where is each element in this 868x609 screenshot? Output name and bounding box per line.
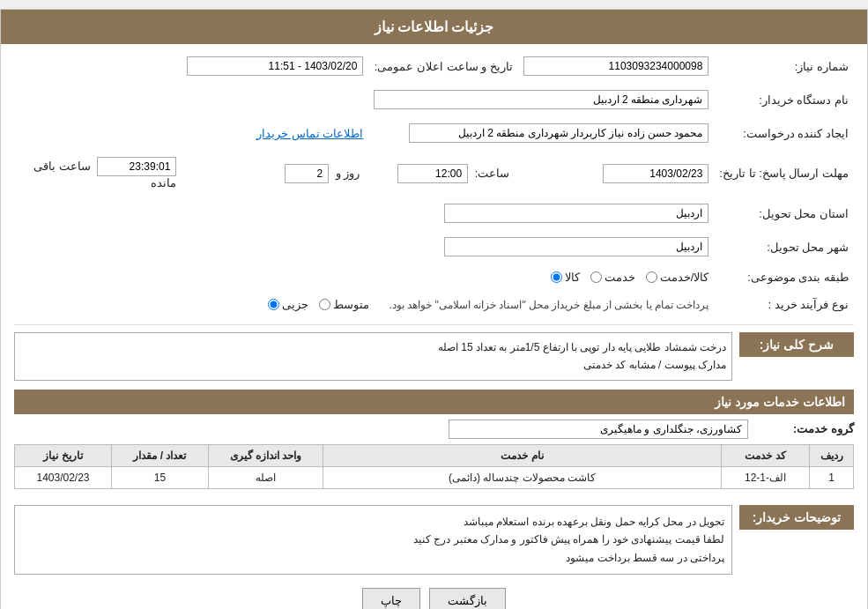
cell-quantity: 15 xyxy=(112,466,209,488)
city-label: شهر محل تحویل: xyxy=(714,234,854,260)
category-option-service[interactable]: خدمت xyxy=(590,271,635,284)
service-group-label: گروه خدمت: xyxy=(748,422,854,435)
send-day-label: روز و xyxy=(336,167,360,180)
purchase-type-note: پرداخت تمام یا بخشی از مبلغ خریداز محل "… xyxy=(389,299,708,311)
purchase-medium-option[interactable]: متوسط xyxy=(319,298,369,311)
category-label: طبقه بندی موضوعی: xyxy=(714,267,854,287)
cell-row-num: 1 xyxy=(810,466,854,488)
need-desc-text: درخت شمشاد طلایی پایه دار توپی با ارتفاع… xyxy=(438,341,726,371)
buyer-notes-box: تحویل در محل کرایه حمل ونقل برعهده برنده… xyxy=(14,505,732,575)
city-input[interactable] xyxy=(444,237,708,256)
page-header: جزئیات اطلاعات نیاز xyxy=(1,10,867,44)
services-table: ردیف کد خدمت نام خدمت واحد اندازه گیری ت… xyxy=(14,444,854,489)
buyer-notes-text: تحویل در محل کرایه حمل ونقل برعهده برنده… xyxy=(413,516,724,564)
province-input[interactable] xyxy=(444,204,708,223)
need-number-input[interactable] xyxy=(523,56,708,76)
col-service-name: نام خدمت xyxy=(323,444,722,466)
col-unit: واحد اندازه گیری xyxy=(209,444,323,466)
col-service-code: کد خدمت xyxy=(722,444,810,466)
announcement-date-label: تاریخ و ساعت اعلان عمومی: xyxy=(368,53,518,79)
contact-link[interactable]: اطلاعات تماس خریدار xyxy=(256,127,363,140)
service-group-row: گروه خدمت: xyxy=(14,420,854,439)
header-title: جزئیات اطلاعات نیاز xyxy=(375,19,494,34)
province-label: استان محل تحویل: xyxy=(714,200,854,227)
send-time-input[interactable] xyxy=(397,164,468,183)
back-button[interactable]: بازگشت xyxy=(429,588,506,609)
need-desc-box: درخت شمشاد طلایی پایه دار توپی با ارتفاع… xyxy=(14,332,732,381)
send-remain-input[interactable] xyxy=(97,157,176,176)
creator-input[interactable] xyxy=(409,123,708,143)
buyer-notes-label: توضیحات خریدار: xyxy=(739,505,854,530)
purchase-type-radio-group: پرداخت تمام یا بخشی از مبلغ خریداز محل "… xyxy=(19,298,708,311)
purchase-medium-radio[interactable] xyxy=(319,299,330,310)
purchase-partial-label: جزیی xyxy=(282,298,308,311)
form-section-1: شماره نیاز: تاریخ و ساعت اعلان عمومی: نا… xyxy=(14,53,854,315)
send-time-label: ساعت: xyxy=(475,167,510,180)
category-service-label: خدمت xyxy=(605,271,635,284)
category-goods-label: کالا xyxy=(565,271,580,284)
need-desc-section: شرح کلی نیاز: درخت شمشاد طلایی پایه دار … xyxy=(14,332,854,381)
buyer-org-input[interactable] xyxy=(374,90,708,109)
page-wrapper: جزئیات اطلاعات نیاز شماره نیاز: تاریخ و … xyxy=(0,9,868,609)
purchase-medium-label: متوسط xyxy=(333,298,369,311)
print-button[interactable]: چاپ xyxy=(362,588,420,609)
category-goods-services-radio[interactable] xyxy=(646,271,657,283)
col-quantity: تعداد / مقدار xyxy=(112,444,209,466)
send-date-input[interactable] xyxy=(603,164,708,183)
purchase-type-label: نوع فرآیند خرید : xyxy=(714,294,854,315)
purchase-partial-radio[interactable] xyxy=(268,299,279,310)
col-row-num: ردیف xyxy=(810,444,854,466)
col-need-date: تاریخ نیاز xyxy=(15,444,112,466)
buttons-row: بازگشت چاپ xyxy=(14,588,854,609)
cell-service-code: الف-1-12 xyxy=(722,466,810,488)
divider-1 xyxy=(14,324,854,325)
category-radio-group: کالا/خدمت خدمت کالا xyxy=(19,271,708,284)
announcement-date-input[interactable] xyxy=(187,56,363,76)
services-section-header: اطلاعات خدمات مورد نیاز xyxy=(14,390,854,414)
category-option-goods[interactable]: کالا xyxy=(551,271,580,284)
need-desc-label: شرح کلی نیاز: xyxy=(739,332,854,357)
send-deadline-label: مهلت ارسال پاسخ: تا تاریخ: xyxy=(714,153,854,193)
category-service-radio[interactable] xyxy=(590,271,602,283)
need-number-label: شماره نیاز: xyxy=(714,53,854,79)
category-goods-radio[interactable] xyxy=(551,271,562,283)
table-row: 1 الف-1-12 کاشت محصولات چندساله (دائمی) … xyxy=(15,466,854,488)
main-content: شماره نیاز: تاریخ و ساعت اعلان عمومی: نا… xyxy=(1,44,867,609)
buyer-org-label: نام دستگاه خریدار: xyxy=(714,86,854,113)
category-goods-services-label: کالا/خدمت xyxy=(660,271,709,284)
send-day-input[interactable] xyxy=(285,164,329,183)
creator-label: ایجاد کننده درخواست: xyxy=(714,120,854,146)
purchase-partial-option[interactable]: جزیی xyxy=(268,298,308,311)
cell-need-date: 1403/02/23 xyxy=(15,466,112,488)
category-option-goods-services[interactable]: کالا/خدمت xyxy=(646,271,709,284)
buyer-notes-section: توضیحات خریدار: تحویل در محل کرایه حمل و… xyxy=(14,505,854,575)
service-group-input[interactable] xyxy=(449,420,748,439)
cell-unit: اصله xyxy=(209,466,323,488)
cell-service-name: کاشت محصولات چندساله (دائمی) xyxy=(323,466,722,488)
